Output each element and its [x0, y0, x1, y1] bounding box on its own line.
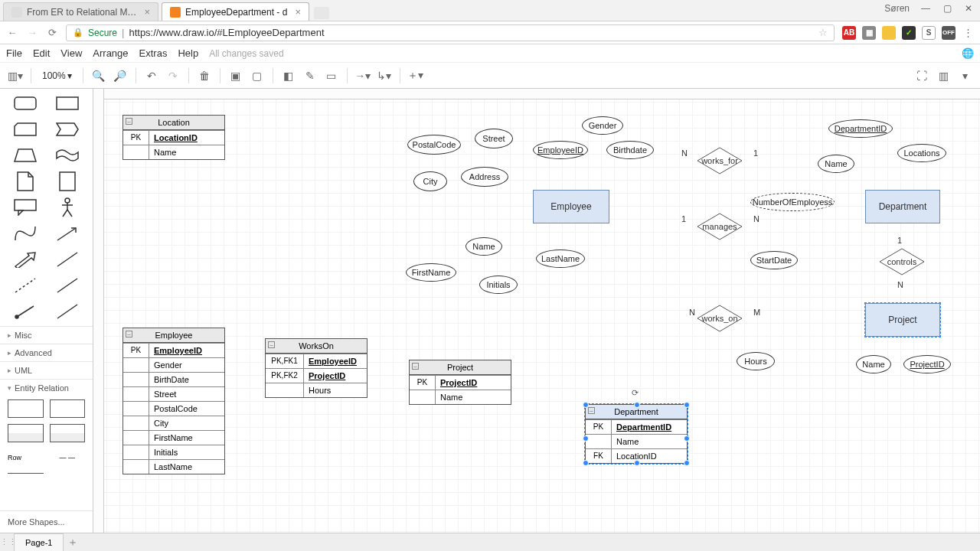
- shape-note[interactable]: [8, 171, 44, 191]
- undo-icon[interactable]: ↶: [142, 67, 161, 85]
- resize-handle[interactable]: [634, 460, 640, 466]
- attr-name-dept[interactable]: Name: [818, 155, 854, 173]
- fullscreen-icon[interactable]: ⛶: [913, 67, 931, 85]
- more-shapes-button[interactable]: More Shapes...: [0, 510, 93, 533]
- sidebar-section-er[interactable]: Entity Relation: [0, 379, 93, 396]
- window-maximize-icon[interactable]: ▢: [942, 3, 952, 14]
- attr-hours[interactable]: Hours: [737, 352, 775, 370]
- shape-tape[interactable]: [50, 145, 86, 165]
- back-icon[interactable]: ←: [6, 27, 18, 39]
- er-divider-shape[interactable]: [8, 473, 44, 476]
- table-project[interactable]: –Project PKProjectID Name: [409, 360, 511, 405]
- zoom-select[interactable]: 100% ▾: [38, 70, 77, 81]
- attr-employeeid[interactable]: EmployeeID: [533, 141, 588, 159]
- shape-curve[interactable]: [8, 223, 44, 243]
- add-page-button[interactable]: ＋: [64, 536, 82, 549]
- close-tab-icon[interactable]: ×: [144, 6, 150, 18]
- menu-edit[interactable]: Edit: [33, 47, 50, 59]
- entity-department[interactable]: Department: [865, 190, 940, 223]
- browser-tab[interactable]: From ER to Relational M… ×: [3, 2, 158, 21]
- attr-address[interactable]: Address: [461, 167, 508, 187]
- shape-page[interactable]: [50, 171, 86, 191]
- attr-street[interactable]: Street: [475, 129, 513, 148]
- er-row-label[interactable]: Row: [8, 448, 44, 467]
- shape-line-diag[interactable]: [50, 249, 86, 269]
- new-tab-button[interactable]: [314, 7, 329, 19]
- ext-icon[interactable]: ▦: [862, 26, 876, 40]
- table-workson[interactable]: –WorksOn PK,FK1EmployeeID PK,FK2ProjectI…: [265, 338, 368, 398]
- rel-controls[interactable]: controls: [879, 248, 925, 276]
- shape-conn-plain[interactable]: [50, 302, 86, 321]
- insert-icon[interactable]: ＋▾: [407, 67, 425, 85]
- attr-postalcode[interactable]: PostalCode: [407, 135, 461, 155]
- ext-abp-icon[interactable]: AB: [842, 26, 856, 40]
- collapse-icon[interactable]: ▾: [956, 67, 974, 85]
- window-close-icon[interactable]: ✕: [963, 3, 974, 14]
- er-table-shape[interactable]: [50, 424, 86, 442]
- rel-works-on[interactable]: works_on: [697, 305, 743, 332]
- attr-startdate[interactable]: StartDate: [750, 251, 798, 269]
- entity-employee[interactable]: Employee: [533, 190, 609, 223]
- table-department[interactable]: –Department PKDepartmentID Name FKLocati…: [585, 404, 688, 464]
- resize-handle[interactable]: [684, 402, 690, 408]
- connection-icon[interactable]: →▾: [354, 67, 372, 85]
- ext-icon[interactable]: OFF: [942, 26, 956, 40]
- resize-handle[interactable]: [684, 435, 690, 442]
- language-icon[interactable]: 🌐: [962, 47, 974, 59]
- menu-file[interactable]: File: [6, 47, 22, 59]
- line-color-icon[interactable]: ✎: [301, 67, 319, 85]
- redo-icon[interactable]: ↷: [164, 67, 182, 85]
- attr-firstname[interactable]: FirstName: [406, 263, 456, 282]
- rel-works-for[interactable]: works_for: [697, 147, 743, 174]
- rel-manages[interactable]: manages: [697, 213, 743, 240]
- zoom-in-icon[interactable]: 🔍: [90, 67, 108, 85]
- page-tab[interactable]: Page-1: [14, 533, 64, 551]
- table-employee[interactable]: –Employee PKEmployeeID Gender BirthDate …: [122, 328, 225, 474]
- resize-handle[interactable]: [583, 460, 589, 466]
- to-front-icon[interactable]: ▣: [227, 67, 245, 85]
- ext-icon[interactable]: ✓: [902, 26, 916, 40]
- er-table-shape[interactable]: [8, 424, 44, 442]
- resize-handle[interactable]: [634, 402, 640, 408]
- forward-icon[interactable]: →: [26, 27, 38, 39]
- menu-arrange[interactable]: Arrange: [93, 47, 128, 59]
- menu-view[interactable]: View: [60, 47, 82, 59]
- sidebar-toggle-icon[interactable]: ▥▾: [6, 67, 24, 85]
- ext-icon[interactable]: [882, 26, 896, 40]
- sidebar-section-advanced[interactable]: Advanced: [0, 344, 93, 361]
- shape-card[interactable]: [8, 119, 44, 139]
- attr-departmentid[interactable]: DepartmentID: [828, 119, 893, 138]
- attr-gender[interactable]: Gender: [582, 116, 623, 135]
- er-table-shape[interactable]: [8, 399, 44, 418]
- table-location[interactable]: –Location PKLocationID Name: [122, 115, 225, 160]
- attr-numemp[interactable]: NumberOfEmployess: [750, 193, 835, 211]
- er-table-shape[interactable]: [50, 399, 86, 418]
- attr-name-emp[interactable]: Name: [466, 237, 502, 256]
- shape-actor[interactable]: [50, 197, 86, 217]
- fill-color-icon[interactable]: ◧: [279, 67, 298, 85]
- chrome-menu-icon[interactable]: ⋮: [962, 27, 974, 39]
- zoom-out-icon[interactable]: 🔎: [111, 67, 129, 85]
- entity-project[interactable]: Project: [865, 303, 940, 337]
- ext-icon[interactable]: S: [922, 26, 936, 40]
- shape-dashed[interactable]: [8, 276, 44, 295]
- menu-extras[interactable]: Extras: [139, 47, 168, 59]
- menu-help[interactable]: Help: [178, 47, 198, 59]
- to-back-icon[interactable]: ▢: [248, 67, 266, 85]
- rotate-handle[interactable]: ⟳: [632, 388, 642, 399]
- star-icon[interactable]: ☆: [818, 27, 828, 38]
- shape-rounded[interactable]: [8, 93, 44, 113]
- attr-locations[interactable]: Locations: [897, 144, 946, 162]
- close-tab-icon[interactable]: ×: [295, 6, 301, 18]
- shape-trapezoid[interactable]: [8, 145, 44, 165]
- attr-initials[interactable]: Initials: [479, 276, 518, 294]
- waypoint-icon[interactable]: ↳▾: [375, 67, 394, 85]
- shadow-icon[interactable]: ▭: [322, 67, 341, 85]
- shape-line-h[interactable]: [50, 276, 86, 295]
- shape-conn-dot[interactable]: [8, 302, 44, 321]
- resize-handle[interactable]: [684, 460, 690, 466]
- shape-callout[interactable]: [8, 197, 44, 217]
- profile-name[interactable]: Søren: [884, 3, 910, 14]
- attr-birthdate[interactable]: Birthdate: [606, 141, 654, 159]
- shape-arrow-thick[interactable]: [8, 249, 44, 269]
